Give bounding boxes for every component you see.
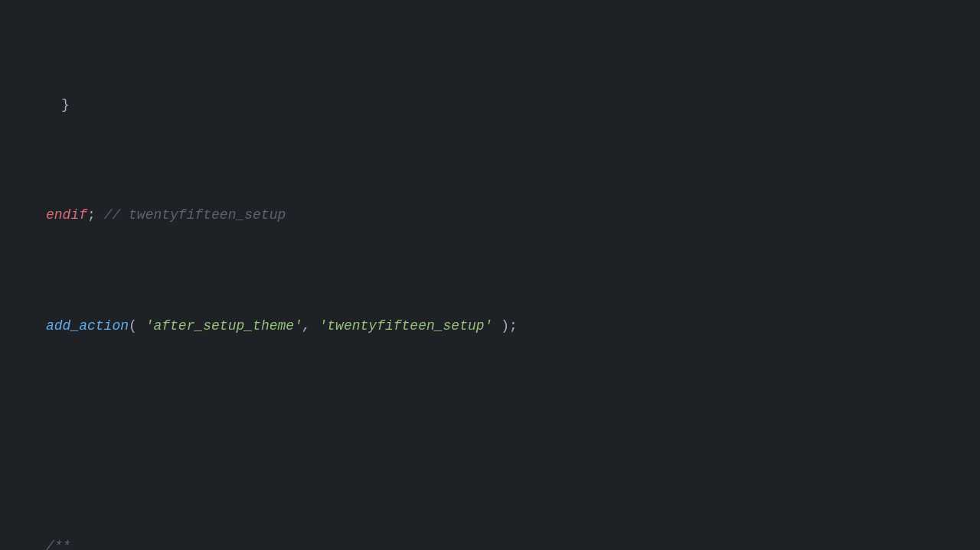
code-content: } endif; // twentyfifteen_setup add_acti… (0, 0, 980, 550)
code-line-2: endif; // twentyfifteen_setup (0, 204, 980, 226)
code-line-4 (0, 425, 980, 447)
code-line-3: add_action( 'after_setup_theme', 'twenty… (0, 315, 980, 337)
code-line-1: } (0, 94, 980, 116)
code-editor: } endif; // twentyfifteen_setup add_acti… (0, 0, 980, 550)
code-line-5: /** (0, 535, 980, 550)
